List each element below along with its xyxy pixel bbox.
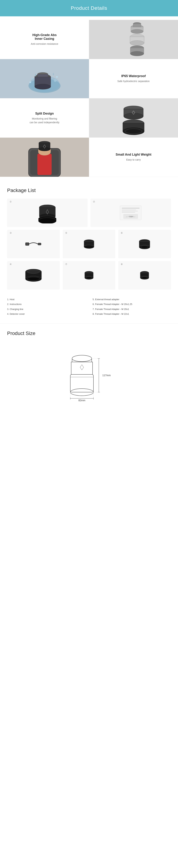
package-list-title: Package List xyxy=(7,188,171,193)
instructions-svg: — 一清滤水 — xyxy=(118,204,143,222)
svg-point-22 xyxy=(35,74,36,76)
waterproof-svg xyxy=(27,61,62,96)
svg-point-31 xyxy=(126,129,142,134)
package-list-item-2: 2. Instructions xyxy=(7,302,85,306)
detail-text-4: Small And Light Weight Easy to carry xyxy=(89,138,178,177)
product-size-section: Product Size 82mm 117mm xyxy=(0,323,178,420)
svg-rect-60 xyxy=(26,243,28,245)
detail-title-1: High-Grade AbsInner Casing xyxy=(32,33,57,41)
svg-rect-56 xyxy=(122,212,135,213)
package-item-6: ⑥ xyxy=(118,230,171,258)
svg-point-65 xyxy=(84,245,94,248)
detail-title-2: IP65 Waterproof xyxy=(121,74,146,78)
svg-point-19 xyxy=(54,79,57,82)
package-list-item-8: 8. Female Thread Adapter - M 22x1 xyxy=(93,312,171,316)
package-text-list: 1. Host 5. External thread adapter 2. In… xyxy=(7,294,171,320)
item-number-5: ⑤ xyxy=(65,231,67,234)
item-number-6: ⑥ xyxy=(121,231,123,234)
package-item-5: ⑤ xyxy=(63,230,115,258)
package-item-4: ④ xyxy=(7,261,60,289)
detail-desc-1: Anti-corrosion resistance xyxy=(31,42,58,46)
adapter5-svg xyxy=(83,238,95,250)
detail-text-3: Split Design Monitoring and filteringcan… xyxy=(0,98,89,137)
detail-image-2 xyxy=(0,59,89,98)
item-number-3: ③ xyxy=(9,231,12,234)
casing-svg xyxy=(118,22,150,57)
detail-text-2: IP65 Waterproof Safe hydroelectric separ… xyxy=(89,59,178,98)
package-item-7: ⑦ xyxy=(63,261,115,289)
detail-image-1 xyxy=(89,20,178,59)
cover-svg xyxy=(25,267,42,284)
svg-point-21 xyxy=(56,76,58,78)
adapter6-svg xyxy=(138,238,151,250)
detail-desc-3: Monitoring and filteringcan be used inde… xyxy=(29,117,59,124)
adapter7-svg xyxy=(84,270,94,281)
svg-marker-96 xyxy=(80,365,84,370)
split-svg xyxy=(119,100,148,136)
page-title: Product Details xyxy=(0,5,178,11)
svg-rect-10 xyxy=(133,24,141,27)
svg-point-74 xyxy=(141,246,148,248)
package-item-1: ① xyxy=(7,198,87,227)
svg-point-82 xyxy=(27,277,40,281)
detail-row-2: IP65 Waterproof Safe hydroelectric separ… xyxy=(0,59,178,98)
svg-rect-62 xyxy=(38,244,41,245)
svg-point-87 xyxy=(86,277,92,279)
package-item-8: ⑧ xyxy=(118,261,171,289)
weight-svg xyxy=(27,138,62,177)
item-number-8: ⑧ xyxy=(121,263,123,266)
svg-point-92 xyxy=(72,355,92,362)
adapter8-svg xyxy=(139,270,150,281)
detail-row-4: Small And Light Weight Easy to carry xyxy=(0,138,178,177)
item-number-4: ④ xyxy=(9,263,12,266)
page-header: Product Details xyxy=(0,0,178,16)
package-list-item-6: 6. Female Thread Adapter - M 20x1.25 xyxy=(93,302,171,306)
package-list-item-1: 1. Host xyxy=(7,297,85,302)
detail-title-4: Small And Light Weight xyxy=(116,153,151,156)
svg-rect-95 xyxy=(71,362,93,374)
svg-point-2 xyxy=(131,29,143,34)
cable-svg xyxy=(25,239,42,249)
detail-text-1: High-Grade AbsInner Casing Anti-corrosio… xyxy=(0,20,89,59)
svg-point-5 xyxy=(130,40,144,45)
svg-point-15 xyxy=(35,84,51,89)
svg-point-51 xyxy=(39,218,56,223)
package-item-3: ③ xyxy=(7,230,60,258)
package-item-2: ② — 一清滤水 — xyxy=(91,198,171,227)
svg-rect-54 xyxy=(122,210,136,210)
item-number-7: ⑦ xyxy=(65,263,67,266)
svg-point-18 xyxy=(31,78,33,80)
package-list-item-3: 3. Charging line xyxy=(7,307,85,311)
svg-point-20 xyxy=(29,81,31,83)
detail-desc-2: Safe hydroelectric separation xyxy=(117,80,150,83)
size-diagram: 82mm 117mm xyxy=(7,342,171,412)
svg-rect-17 xyxy=(37,74,48,77)
svg-point-91 xyxy=(142,277,147,279)
svg-text:82mm: 82mm xyxy=(78,399,85,402)
detail-image-3 xyxy=(89,98,178,137)
size-diagram-svg: 82mm 117mm xyxy=(53,349,125,405)
detail-row-1: High-Grade AbsInner Casing Anti-corrosio… xyxy=(0,20,178,59)
item-number-2: ② xyxy=(93,200,95,203)
svg-text:117mm: 117mm xyxy=(102,374,111,377)
product-size-title: Product Size xyxy=(7,331,171,336)
svg-point-23 xyxy=(53,73,54,75)
svg-text:— 一清滤水 —: — 一清滤水 — xyxy=(126,216,135,217)
svg-rect-53 xyxy=(122,208,139,209)
svg-point-43 xyxy=(39,148,50,151)
product-details-section: High-Grade AbsInner Casing Anti-corrosio… xyxy=(0,16,178,181)
package-list-item-7: 7. Female Thread Adapter - M 20x1 xyxy=(93,307,171,311)
detail-row-3: Split Design Monitoring and filteringcan… xyxy=(0,98,178,138)
svg-point-8 xyxy=(130,51,144,56)
package-list-section: Package List ① ② xyxy=(0,181,178,323)
item-number-1: ① xyxy=(9,200,12,203)
package-list-item-4: 4. Detector cover xyxy=(7,312,85,316)
svg-rect-55 xyxy=(122,211,138,211)
host-svg xyxy=(37,202,58,223)
detail-image-4 xyxy=(0,138,89,177)
svg-point-26 xyxy=(124,113,143,119)
detail-title-3: Split Design xyxy=(35,112,54,116)
svg-point-83 xyxy=(27,270,40,274)
detail-desc-4: Easy to carry xyxy=(126,158,141,162)
svg-rect-34 xyxy=(37,154,52,175)
